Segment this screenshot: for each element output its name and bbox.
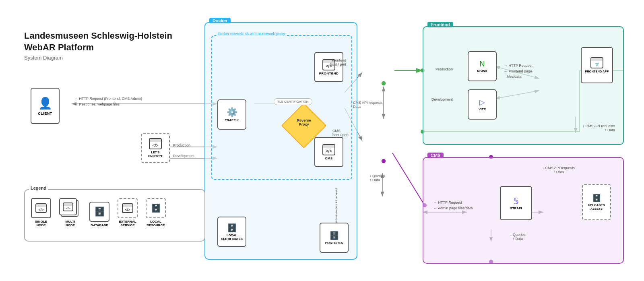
fe-development-label: Development (431, 97, 453, 101)
legend-local-label: LOCALRESOURCE (147, 220, 165, 227)
frontend-group: Frontend Production Development N NGINX … (423, 26, 624, 145)
frontend-app-label: FRONTEND APP (585, 70, 609, 73)
vite-icon: ▷ (479, 98, 485, 107)
cms-queries-annotation: ↓ Queries↑ Data (510, 233, 526, 241)
uploaded-assets-icon: 🗄️ (592, 194, 601, 202)
cms-node-label: CMS (325, 157, 332, 160)
cms-http-annotation: → HTTP Request← Admin page files/data (433, 200, 473, 211)
frontend-node: </> FRONTEND (314, 52, 343, 82)
development-label: Development (173, 154, 194, 158)
frontend-host-annotation: Frontendhost / port (330, 58, 346, 66)
traefik-icon: ⚙️ (227, 107, 237, 118)
legend-multi-icon: </> (59, 198, 81, 218)
local-certs-icon: 🗄️ (227, 223, 237, 233)
vite-node: ▷ VITE (468, 89, 497, 120)
fe-http-annotation: → HTTP Request← Frontend page files/data (504, 63, 533, 80)
legend-multi-node: </> MULTINODE (59, 198, 81, 227)
nginx-node: N NGINX (468, 51, 497, 81)
title-section: Landesmuseen Schleswig-Holstein WebAR Pl… (24, 30, 172, 61)
cms-group-label: CMS (427, 153, 444, 158)
local-certs-node: 🗄️ LOCAL CERTIFICATES (217, 217, 246, 247)
svg-point-27 (381, 159, 386, 163)
traefik-label: TRAEFIK (225, 118, 239, 122)
frontend-app-node: ▽ FRONTEND APP (581, 47, 613, 83)
letsencrypt-node: </> LET'SENCRYPT (141, 133, 170, 163)
postgres-node: 🗄️ POSTGRES (320, 223, 349, 253)
strapi-node: 𝕊 STRAPI (500, 186, 532, 220)
reverse-proxy-label: ReverseProxy (290, 118, 318, 126)
legend-title: Legend (29, 186, 48, 190)
client-icon: 👤 (38, 97, 52, 110)
cms-node: </> CMS (314, 137, 343, 167)
legend-single-icon: </> (31, 198, 51, 218)
tls-cert-pill: TLS CERTIFICATION (274, 98, 312, 105)
cms-api-annotation: ↓ CMS API requests↑ Data (350, 101, 383, 109)
frontend-app-icon: ▽ (590, 57, 603, 68)
queries-annotation: ↓ Queries↑ Data (369, 174, 385, 182)
cms-node-icon: </> (322, 144, 335, 155)
postgres-label: POSTGRES (325, 241, 343, 245)
frontend-group-label: Frontend (427, 22, 453, 27)
legend-database: 🗄️ DATABASE (89, 202, 109, 227)
title-line2: WebAR Platform (24, 42, 94, 52)
legend-db-label: DATABASE (91, 223, 108, 227)
legend-single-node: </> SINGLENODE (31, 198, 51, 227)
legend-local: 🗄️ LOCALRESOURCE (146, 198, 166, 227)
legend-external-label: EXTERNALSERVICE (119, 220, 136, 227)
client-annotation: → HTTP Request (Frontend, CMS Admin)← Re… (74, 96, 142, 107)
backend-section: Docker network: sh-web-ar-network-backen… (316, 186, 349, 259)
legend-external: </> EXTERNALSERVICE (118, 198, 138, 227)
uploaded-assets-label: UPLOADED ASSETS (583, 203, 610, 211)
frontend-node-label: FRONTEND (319, 72, 339, 75)
legend-items: </> SINGLENODE </> MULTINODE 🗄️ DATABASE (25, 190, 204, 231)
legend-multi-label: MULTINODE (66, 220, 75, 227)
title-sub: System Diagram (24, 55, 172, 61)
legend-db-icon: 🗄️ (89, 202, 109, 222)
vite-label: VITE (479, 107, 486, 111)
letsencrypt-icon: </> (149, 138, 162, 149)
production-label: Production (173, 143, 190, 147)
nginx-icon: N (480, 60, 485, 68)
title-line1: Landesmuseen Schleswig-Holstein (24, 31, 172, 41)
legend-external-icon: </> (118, 198, 138, 218)
traefik-node: ⚙️ TRAEFIK (217, 99, 246, 130)
svg-line-14 (392, 153, 425, 205)
cms-api-top-annotation: ↓ CMS API requests↑ Data (542, 166, 575, 174)
diagram-container: Landesmuseen Schleswig-Holstein WebAR Pl… (0, 0, 644, 281)
strapi-label: STRAPI (510, 207, 522, 210)
legend-box: Legend </> SINGLENODE </> MULTINODE (24, 189, 205, 242)
title-main: Landesmuseen Schleswig-Holstein WebAR Pl… (24, 30, 172, 53)
strapi-icon: 𝕊 (514, 196, 519, 206)
postgres-icon: 🗄️ (329, 231, 339, 240)
svg-point-26 (381, 81, 386, 86)
docker-group: Docker Docker network: sh-web-ar-network… (204, 22, 357, 260)
fe-cms-api-annotation: ↓ CMS API requests↑ Data (582, 124, 615, 132)
client-node: 👤 CLIENT (31, 88, 60, 124)
legend-local-icon: 🗄️ (146, 198, 166, 218)
uploaded-assets-node: 🗄️ UPLOADED ASSETS (582, 184, 611, 220)
cms-host-annotation: CMShost / port (332, 129, 349, 137)
local-certs-label: LOCAL CERTIFICATES (218, 233, 246, 241)
docker-inner-label: Docker network: sh-web-ar-network-proxy (216, 32, 287, 36)
docker-group-label: Docker (209, 18, 231, 23)
client-label: CLIENT (38, 112, 52, 116)
cms-group: CMS ↓ CMS API requests↑ Data → HTTP Requ… (423, 157, 624, 264)
legend-single-label: SINGLENODE (35, 220, 47, 227)
fe-production-label: Production (436, 67, 453, 71)
letsencrypt-label: LET'SENCRYPT (148, 151, 163, 158)
nginx-label: NGINX (477, 69, 487, 73)
